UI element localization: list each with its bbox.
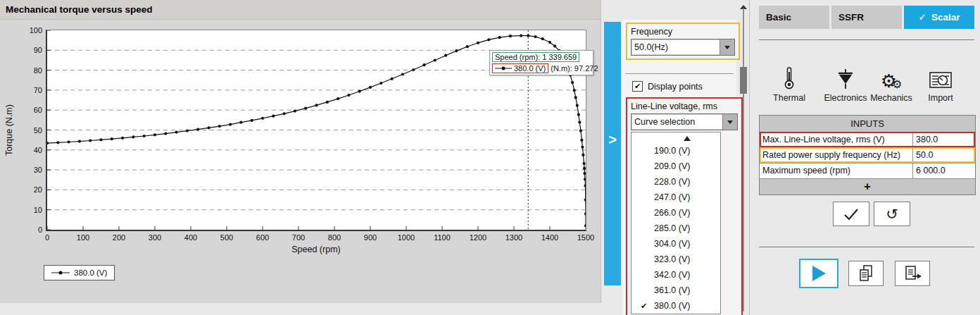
app-root: Mechanical torque versus speed Torque (N…	[0, 0, 980, 315]
x-tick-label: 900	[353, 233, 388, 242]
voltage-option-label: 380.0 (V)	[654, 301, 690, 311]
inputs-table-title: INPUTS	[760, 116, 975, 132]
run-button[interactable]	[799, 259, 838, 288]
tab-scalar[interactable]: ✓Scalar	[904, 6, 974, 29]
display-points-label: Display points	[648, 82, 703, 92]
x-tick-label: 200	[101, 233, 137, 242]
import-button[interactable]: Import	[916, 61, 965, 103]
y-tick-label: 40	[20, 146, 42, 154]
voltage-option-label: 247.0 (V)	[654, 192, 690, 202]
tooltip-torque-value: (N.m): 97.272	[551, 64, 598, 73]
voltage-option-label: 266.0 (V)	[654, 208, 690, 218]
frequency-group: Frequency 50.0(Hz)	[626, 23, 740, 60]
check-icon: ✔	[641, 298, 647, 314]
input-label: Rated power supply frequency (Hz)	[760, 148, 913, 163]
checkbox-checked-icon[interactable]: ✔	[632, 81, 643, 92]
chart-legend: 380.0 (V)	[44, 265, 115, 280]
tab-basic[interactable]: Basic	[759, 6, 829, 29]
divider	[759, 39, 974, 40]
thermal-button[interactable]: Thermal	[761, 61, 817, 103]
input-value-field[interactable]: 6 000.0	[913, 163, 975, 178]
voltage-option[interactable]: 304.0 (V)	[632, 236, 720, 252]
y-tick-label: 100	[20, 26, 42, 35]
display-points-checkbox[interactable]: ✔ Display points	[632, 81, 703, 92]
frequency-select[interactable]: 50.0(Hz)	[631, 39, 735, 56]
frequency-selected-value: 50.0(Hz)	[632, 42, 720, 52]
input-label: Max. Line-Line voltage, rms (V)	[760, 132, 913, 147]
mechanics-button[interactable]: ⚙ ⚙ Mechanics	[863, 61, 919, 103]
settings-panel: Basic SSFR ✓Scalar Thermal	[749, 0, 980, 315]
voltage-option-label: 190.0 (V)	[654, 146, 690, 156]
voltage-option[interactable]: 323.0 (V)	[632, 252, 720, 267]
curve-selection-select[interactable]: Curve selection	[631, 113, 738, 130]
voltage-option[interactable]: 342.0 (V)	[632, 267, 720, 283]
input-label: Maximum speed (rpm)	[760, 163, 913, 178]
y-tick-label: 30	[20, 166, 42, 174]
voltage-option-label: 228.0 (V)	[654, 177, 690, 187]
voltage-option[interactable]: 190.0 (V)	[632, 143, 720, 159]
voltage-options-list: 190.0 (V)209.0 (V)228.0 (V)247.0 (V)266.…	[631, 132, 721, 314]
play-icon	[810, 264, 827, 283]
scrollbar-thumb[interactable]	[740, 67, 747, 94]
import-label: Import	[928, 93, 953, 103]
reset-button[interactable]: ↺	[874, 202, 910, 226]
x-tick-label: 1000	[389, 233, 424, 242]
y-tick-label: 10	[20, 206, 42, 214]
x-tick-label: 500	[209, 233, 244, 242]
x-tick-label: 700	[281, 233, 316, 242]
voltage-option-label: 304.0 (V)	[654, 239, 690, 249]
curve-options-panel: Frequency 50.0(Hz) ✔ Display points Line…	[622, 20, 736, 315]
collapse-panel-bar[interactable]: >	[604, 22, 621, 285]
input-value-field[interactable]: 50.0	[913, 148, 975, 163]
export-button[interactable]	[895, 261, 930, 286]
voltage-option[interactable]: 361.0 (V)	[632, 283, 720, 298]
gears-icon: ⚙ ⚙	[863, 61, 919, 90]
tooltip-series-label: 380.0 (V)	[492, 63, 548, 73]
y-tick-label: 20	[20, 185, 42, 194]
electronics-label: Electronics	[824, 93, 867, 103]
inputs-table: INPUTS Max. Line-Line voltage, rms (V) 3…	[759, 115, 976, 195]
chevron-right-icon: >	[604, 132, 621, 147]
legend-label: 380.0 (V)	[74, 268, 107, 277]
x-tick-label: 100	[65, 233, 101, 242]
input-row-maximum-speed: Maximum speed (rpm) 6 000.0	[760, 163, 975, 178]
voltage-option-label: 285.0 (V)	[654, 223, 690, 233]
legend-marker-icon	[51, 270, 70, 276]
y-tick-label: 50	[20, 126, 42, 135]
voltage-option-label: 361.0 (V)	[654, 285, 690, 295]
curve-selection-value: Curve selection	[632, 117, 722, 127]
input-value-field[interactable]: 380.0	[913, 132, 975, 147]
plot-area[interactable]: Speed (rpm): 1 339.659 380.0 (V) (N.m): …	[46, 30, 586, 231]
tooltip-series-line: 380.0 (V) (N.m): 97.272	[492, 63, 591, 73]
scrollbar[interactable]	[739, 0, 748, 315]
input-row-rated-frequency: Rated power supply frequency (Hz) 50.0	[760, 147, 975, 163]
voltage-option[interactable]: 285.0 (V)	[632, 221, 720, 236]
chevron-down-icon[interactable]	[720, 39, 734, 55]
series-marker-icon	[495, 66, 512, 71]
scrollbar-track[interactable]	[743, 8, 744, 311]
voltage-option[interactable]: ✔380.0 (V)	[632, 298, 720, 314]
x-tick-label: 1300	[496, 233, 532, 242]
copy-report-button[interactable]	[848, 261, 884, 286]
copy-document-icon	[857, 264, 875, 283]
x-tick-label: 0	[30, 233, 65, 242]
voltage-option-label: 209.0 (V)	[654, 161, 690, 171]
thermometer-icon	[761, 61, 817, 90]
voltage-option[interactable]: 266.0 (V)	[632, 205, 720, 221]
export-document-icon	[903, 264, 922, 283]
voltage-option[interactable]: 209.0 (V)	[632, 159, 720, 174]
tab-ssfr[interactable]: SSFR	[831, 6, 902, 29]
voltage-group: Line-Line voltage, rms Curve selection 1…	[626, 97, 743, 315]
voltage-option[interactable]: 247.0 (V)	[632, 190, 720, 205]
add-input-button[interactable]: +	[760, 178, 975, 194]
x-tick-label: 300	[137, 233, 172, 242]
voltage-option[interactable]: 228.0 (V)	[632, 174, 720, 190]
check-icon	[843, 208, 860, 221]
scroll-up-icon[interactable]	[632, 132, 720, 143]
frequency-label: Frequency	[631, 27, 735, 37]
voltage-option-label: 342.0 (V)	[654, 270, 690, 280]
chevron-down-icon[interactable]	[722, 114, 737, 130]
apply-button[interactable]	[833, 202, 869, 226]
import-document-icon	[916, 61, 965, 90]
voltage-option-label: 323.0 (V)	[654, 254, 690, 264]
